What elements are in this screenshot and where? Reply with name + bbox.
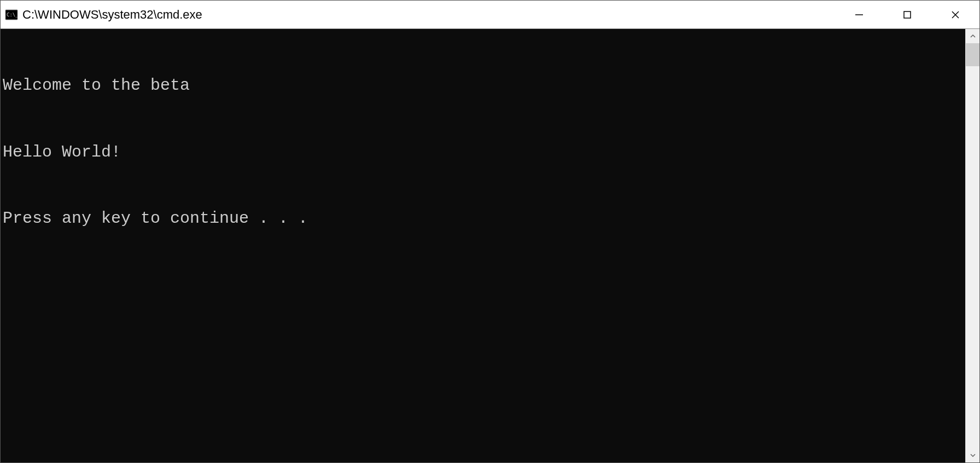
cmd-window: C:\_ C:\WINDOWS\system32\cmd.exe Welcome… bbox=[0, 0, 980, 463]
console-line: Hello World! bbox=[3, 141, 963, 164]
titlebar-left: C:\_ C:\WINDOWS\system32\cmd.exe bbox=[5, 8, 202, 22]
window-title: C:\WINDOWS\system32\cmd.exe bbox=[22, 8, 202, 22]
scroll-up-icon[interactable] bbox=[966, 29, 979, 43]
titlebar[interactable]: C:\_ C:\WINDOWS\system32\cmd.exe bbox=[1, 1, 979, 29]
close-button[interactable] bbox=[931, 1, 979, 28]
scroll-thumb[interactable] bbox=[966, 43, 979, 66]
cmd-icon: C:\_ bbox=[5, 8, 18, 21]
scroll-down-icon[interactable] bbox=[966, 448, 979, 462]
vertical-scrollbar[interactable] bbox=[965, 29, 979, 462]
console-line: Press any key to continue . . . bbox=[3, 207, 963, 230]
console-output[interactable]: Welcome to the beta Hello World! Press a… bbox=[1, 29, 965, 462]
svg-text:C:\_: C:\_ bbox=[7, 12, 18, 18]
maximize-button[interactable] bbox=[883, 1, 931, 28]
console-line: Welcome to the beta bbox=[3, 74, 963, 97]
minimize-button[interactable] bbox=[835, 1, 883, 28]
content-wrap: Welcome to the beta Hello World! Press a… bbox=[1, 29, 979, 462]
titlebar-controls bbox=[835, 1, 979, 28]
scroll-track[interactable] bbox=[966, 43, 979, 448]
svg-rect-3 bbox=[904, 11, 911, 18]
